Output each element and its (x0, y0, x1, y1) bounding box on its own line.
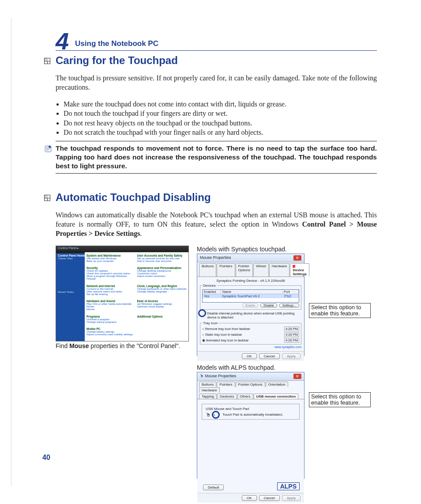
dialog-tabs-row2: Tapping Gestures Others USB mouse connec… (197, 393, 304, 399)
synaptics-link[interactable]: www.synaptics.com (200, 345, 301, 349)
note-box: The touchpad responds to movement not to… (56, 141, 377, 174)
bullet-item: Do not touch the touchpad if your finger… (64, 109, 377, 118)
chapter-number: 4 (56, 29, 69, 53)
apply-button[interactable]: Apply (282, 495, 301, 501)
dialog-tabs: Buttons Pointers Pointer Options Orienta… (197, 381, 304, 393)
highlight-circle-icon (212, 411, 220, 419)
highlight-circle-icon (198, 309, 206, 317)
tab-pointer-options[interactable]: Pointer Options (236, 382, 265, 387)
tab-gestures[interactable]: Gestures (217, 394, 237, 399)
ok-button[interactable]: OK (242, 353, 257, 359)
page: 4 Using the Notebook PC Caring for the T… (0, 0, 421, 504)
right-figures-column: Models with Synaptics touchpad. Mouse Pr… (197, 246, 377, 487)
dialog-title-text: Mouse Properties (200, 255, 231, 261)
tab-pointer-options[interactable]: Pointer Options (236, 263, 253, 277)
tab-buttons[interactable]: Buttons (199, 382, 216, 387)
note-icon (44, 145, 52, 153)
cancel-button[interactable]: Cancel (259, 353, 280, 359)
tab-tapping[interactable]: Tapping (199, 394, 217, 399)
close-icon[interactable]: ✕ (293, 374, 301, 379)
callout-alps: Select this option to enable this featur… (309, 392, 371, 408)
disable-checkbox-label: Disable internal pointing device when ex… (207, 311, 294, 319)
section-marker-icon (44, 58, 50, 64)
close-icon[interactable]: ✕ (293, 255, 301, 261)
cp-side-title: Control Panel Home (58, 254, 85, 257)
apply-button[interactable]: Apply (282, 353, 301, 359)
synaptics-heading: Models with Synaptics touchpad. (197, 246, 377, 253)
cp-item: Network and InternetConnect to the Inter… (86, 284, 136, 299)
tray-legend: Tray Icon (202, 321, 218, 325)
cp-item: Hardware and SoundPlay CDs or other medi… (86, 299, 136, 314)
bullet-item: Do not rest heavy objects on the touchpa… (64, 118, 377, 128)
section-marker-icon (44, 195, 50, 201)
radio-static[interactable]: ○ Static tray icon in taskbar4:20 PM (202, 332, 299, 337)
dialog-body: Synaptics Pointing Device - v9.1.5 22Nov… (197, 277, 304, 351)
cp-caption: Find Mouse properties in the "Control Pa… (56, 342, 188, 349)
alps-dialog: 🖱 Mouse Properties ✕ Buttons Pointers Po… (197, 372, 304, 479)
radio-remove[interactable]: ○ Remove tray icon from taskbar4:20 PM (202, 326, 299, 332)
bullet-item: Make sure the touchpad does not come int… (64, 99, 377, 109)
chapter-title: Using the Notebook PC (75, 39, 158, 48)
alps-group: USB Mouse and Touch Pad 🖱↔ Touch Pad is … (202, 404, 300, 420)
tab-usb-mouse[interactable]: USB mouse connection (254, 394, 299, 399)
time-badge: 4:20 PM (284, 326, 299, 331)
cp-item: Appearance and PersonalizationChange des… (137, 266, 187, 284)
note-text: The touchpad responds to movement not to… (56, 144, 377, 170)
dialog-buttons: OK Cancel Apply (197, 493, 304, 503)
devices-legend: Devices: (202, 284, 218, 288)
cp-item: System and MaintenanceGet started with W… (86, 254, 136, 266)
dialog-title-text: 🖱 Mouse Properties (200, 374, 236, 379)
section-intro: The touchpad is pressure sensitive. If n… (56, 74, 377, 92)
section-intro: Windows can automatically disable the No… (56, 211, 377, 238)
default-button[interactable]: Default (203, 485, 224, 490)
group-legend: USB Mouse and Touch Pad (206, 407, 296, 411)
section-caring: Caring for the Touchpad The touchpad is … (56, 54, 377, 174)
version-text: Synaptics Pointing Device - v9.1.5 22Nov… (200, 279, 301, 283)
time-badge: 4:20 PM (284, 338, 299, 343)
enable-button[interactable]: Enable (242, 303, 258, 307)
tab-buttons[interactable]: Buttons (199, 263, 216, 277)
chapter-header: 4 Using the Notebook PC (56, 27, 377, 51)
alps-checkbox-label: Touch Pad is automatically invalidated. (222, 413, 283, 417)
dialog-buttons: OK Cancel Apply (197, 351, 304, 361)
section-title: Caring for the Touchpad (56, 54, 377, 67)
tab-hardware[interactable]: Hardware (269, 263, 290, 277)
tab-device-settings[interactable]: Device Settings (290, 263, 309, 277)
section-auto-disable: Automatic Touchpad Disabling Windows can… (56, 191, 377, 486)
settings-button[interactable]: Settings... (279, 303, 299, 307)
intro-period: . (140, 230, 142, 237)
alps-heading: Models with ALPS touchpad. (197, 364, 377, 371)
tab-wheel[interactable]: Wheel (253, 263, 269, 277)
cancel-button[interactable]: Cancel (259, 495, 280, 501)
ok-button[interactable]: OK (242, 495, 257, 501)
bullet-item: Do not scratch the touchpad with your fi… (64, 128, 377, 137)
dialog-body: USB Mouse and Touch Pad 🖱↔ Touch Pad is … (197, 399, 304, 493)
device-buttons: Enable Disable Settings... (202, 303, 299, 307)
cp-item: Additional Options (137, 315, 187, 327)
tab-pointers[interactable]: Pointers (217, 382, 235, 387)
alps-logo: ALPS (277, 482, 300, 490)
device-list: Enabled Name Port Yes Synaptics TouchPad… (202, 289, 299, 303)
cp-item: SecurityCheck for updatesCheck this comp… (86, 266, 136, 284)
cp-sidebar: Control Panel Home Classic View Recent T… (56, 252, 88, 341)
callout-synaptics: Select this option to enable this featur… (309, 303, 371, 318)
alps-checkbox-row[interactable]: 🖱↔ Touch Pad is automatically invalidate… (206, 413, 296, 417)
device-row-selected[interactable]: Yes Synaptics TouchPad V6.2 PS/2 (203, 294, 299, 298)
figure-alps: Models with ALPS touchpad. 🖱 Mouse Prope… (197, 364, 377, 479)
disable-button[interactable]: Disable (260, 303, 277, 307)
figure-control-panel: Control Panel ▸ Control Panel Home Class… (56, 246, 188, 349)
figure-synaptics: Models with Synaptics touchpad. Mouse Pr… (197, 246, 377, 356)
binding-shadow (11, 18, 12, 486)
control-panel-screenshot: Control Panel ▸ Control Panel Home Class… (56, 246, 189, 341)
cp-main-grid: System and MaintenanceGet started with W… (85, 252, 188, 341)
tab-pointers[interactable]: Pointers (217, 263, 235, 277)
disable-checkbox-row[interactable]: Disable internal pointing device when ex… (200, 311, 301, 320)
cp-item: ProgramsUninstall a programChange startu… (86, 315, 136, 327)
radio-animated[interactable]: ◉ Animated tray icon in taskbar4:20 PM (202, 337, 299, 343)
figures-row: Control Panel ▸ Control Panel Home Class… (56, 246, 377, 487)
device-list-header: Enabled Name Port (203, 290, 299, 294)
tab-hardware[interactable]: Hardware (199, 387, 220, 393)
tab-others[interactable]: Others (237, 394, 253, 399)
tab-orientation[interactable]: Orientation (266, 382, 288, 387)
cp-item: Mobile PCChange battery settingsAdjust c… (86, 327, 136, 339)
